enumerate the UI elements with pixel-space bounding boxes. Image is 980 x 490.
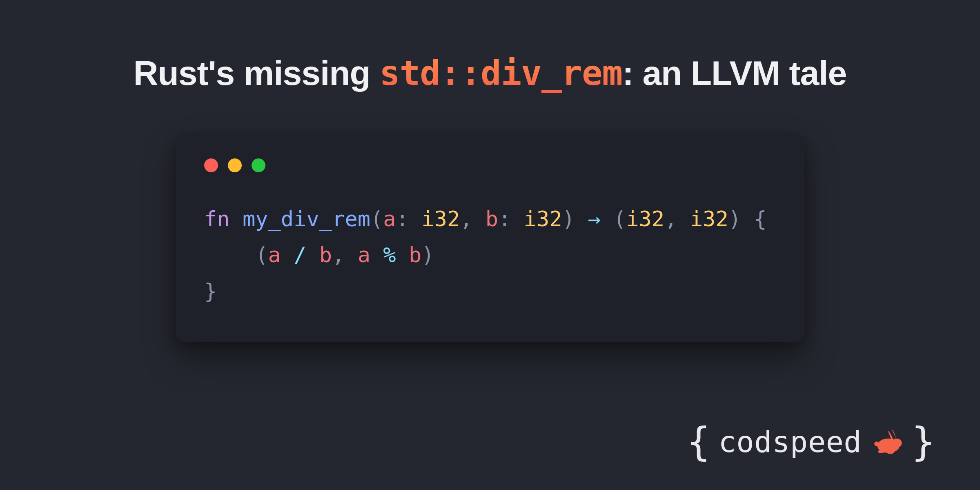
svg-point-1 [892,439,902,448]
code-content: fn my_div_rem(a: i32, b: i32) → (i32, i3… [204,201,776,309]
code-op-div: / [294,243,306,267]
code-param-a: a [383,207,396,231]
traffic-green-icon [252,158,265,172]
code-fn-name: my_div_rem [243,207,370,231]
brand-rbrace: } [911,422,935,461]
code-window: fn my_div_rem(a: i32, b: i32) → (i32, i3… [176,134,804,342]
brand-logo: { codspeed } [687,422,935,461]
title-code: std::div_rem [379,53,622,93]
code-arrow-icon: → [588,207,600,231]
code-param-b: b [486,207,498,231]
svg-point-3 [887,451,894,454]
code-op-mod: % [383,243,396,267]
traffic-red-icon [204,158,218,172]
brand-lbrace: { [687,422,710,461]
code-type-i32: i32 [626,207,664,231]
window-traffic-lights [204,158,776,172]
code-type-i32: i32 [421,207,460,231]
code-type-i32: i32 [690,207,728,231]
traffic-yellow-icon [228,158,242,172]
code-type-i32: i32 [524,207,562,231]
page-title: Rust's missing std::div_rem: an LLVM tal… [134,53,846,93]
title-pre: Rust's missing [134,54,379,92]
svg-point-2 [878,450,884,453]
title-post: : an LLVM tale [622,54,846,92]
code-keyword-fn: fn [204,207,230,231]
svg-point-4 [874,441,879,446]
rabbit-icon [871,429,904,455]
brand-name: codspeed [718,425,862,459]
